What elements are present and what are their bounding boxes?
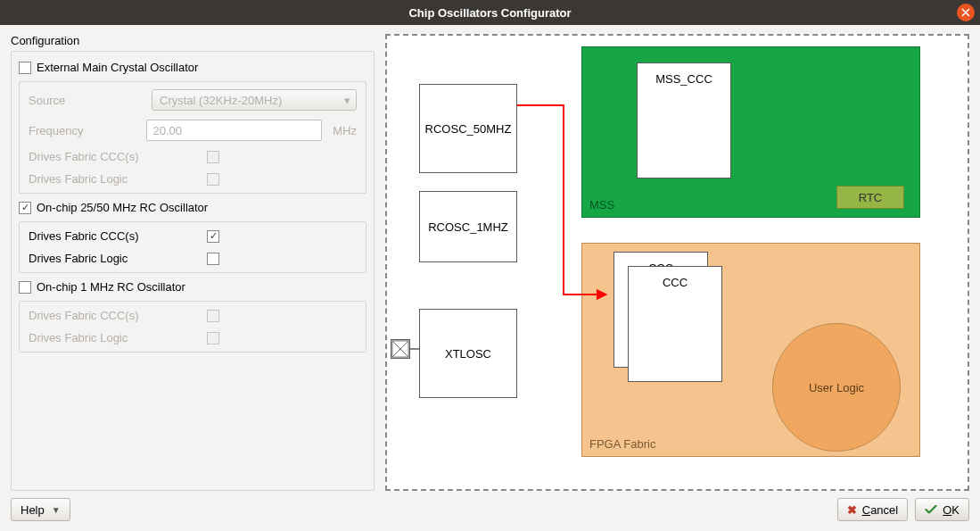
ok-label: OK — [943, 503, 959, 517]
rc1-title: On-chip 1 MHz RC Oscillator — [37, 280, 185, 294]
ccc-block-front: CCC — [628, 266, 722, 382]
cancel-button[interactable]: ✖ Cancel — [837, 498, 908, 521]
rcosc-1mhz-label: RCOSC_1MHZ — [428, 220, 508, 234]
rcosc-1mhz-block: RCOSC_1MHZ — [419, 191, 517, 262]
footer: Help ▼ ✖ Cancel OK — [0, 491, 980, 528]
ext-osc-freq-row: Frequency MHz — [29, 120, 357, 141]
ext-osc-checkbox[interactable] — [19, 62, 31, 74]
cancel-icon: ✖ — [847, 503, 857, 517]
fabric-label: FPGA Fabric — [589, 437, 655, 451]
titlebar: Chip Oscillators Configurator — [0, 0, 980, 25]
ext-osc-source-combo: Crystal (32KHz-20MHz) — [152, 89, 357, 111]
rc2550-drives-logic-row: Drives Fabric Logic — [29, 252, 357, 265]
rc2550-drives-logic-label: Drives Fabric Logic — [29, 252, 207, 265]
chevron-down-icon: ▼ — [52, 505, 61, 515]
ext-osc-drives-ccc-checkbox — [207, 151, 219, 163]
ext-osc-drives-logic-checkbox — [207, 173, 219, 186]
rc1-drives-ccc-checkbox — [207, 310, 219, 322]
ok-icon — [925, 505, 937, 514]
ext-osc-source-label: Source — [29, 94, 144, 107]
xtlosc-block: XTLOSC — [419, 309, 517, 398]
ccc-label-front: CCC — [663, 276, 688, 289]
rc1-header: On-chip 1 MHz RC Oscillator — [19, 277, 366, 297]
ext-osc-header: External Main Crystal Oscillator — [19, 57, 366, 78]
ext-osc-title: External Main Crystal Oscillator — [37, 61, 198, 74]
window-title: Chip Oscillators Configurator — [408, 6, 571, 20]
rtc-block: RTC — [836, 186, 904, 209]
rc2550-header: On-chip 25/50 MHz RC Oscillator — [19, 197, 366, 218]
rc2550-drives-ccc-checkbox[interactable] — [207, 230, 219, 243]
close-icon — [961, 8, 970, 17]
configuration-panel: External Main Crystal Oscillator Source … — [11, 51, 375, 491]
ext-osc-drives-logic-row: Drives Fabric Logic — [29, 172, 357, 186]
rc1-drives-ccc-row: Drives Fabric CCC(s) — [29, 309, 357, 322]
xtlosc-label: XTLOSC — [445, 347, 491, 361]
configuration-column: Configuration External Main Crystal Osci… — [11, 34, 375, 491]
configuration-heading: Configuration — [11, 34, 375, 47]
help-label: Help — [21, 503, 45, 517]
ext-osc-drives-logic-label: Drives Fabric Logic — [29, 172, 207, 186]
help-button[interactable]: Help ▼ — [11, 498, 70, 521]
content-area: Configuration External Main Crystal Osci… — [0, 25, 980, 491]
rc2550-drives-ccc-row: Drives Fabric CCC(s) — [29, 229, 357, 243]
ok-button[interactable]: OK — [915, 498, 969, 521]
close-button[interactable] — [957, 4, 975, 21]
ext-osc-group: Source Crystal (32KHz-20MHz) Frequency M… — [19, 81, 366, 194]
rc1-group: Drives Fabric CCC(s) Drives Fabric Logic — [19, 301, 366, 353]
rc2550-title: On-chip 25/50 MHz RC Oscillator — [37, 201, 208, 214]
ext-osc-drives-ccc-row: Drives Fabric CCC(s) — [29, 150, 357, 163]
ext-osc-freq-unit: MHz — [333, 124, 357, 137]
cancel-label: Cancel — [862, 503, 898, 517]
ext-osc-drives-ccc-label: Drives Fabric CCC(s) — [29, 150, 207, 163]
rc1-drives-logic-row: Drives Fabric Logic — [29, 331, 357, 344]
rcosc-50mhz-label: RCOSC_50MHZ — [425, 122, 512, 136]
mss-label: MSS — [589, 198, 614, 212]
rc2550-drives-ccc-label: Drives Fabric CCC(s) — [29, 229, 207, 243]
rc2550-group: Drives Fabric CCC(s) Drives Fabric Logic — [19, 221, 366, 273]
user-logic-circle: User Logic — [772, 323, 901, 452]
rc1-drives-ccc-label: Drives Fabric CCC(s) — [29, 309, 207, 322]
rcosc-50mhz-block: RCOSC_50MHZ — [419, 84, 517, 173]
diagram-canvas: MSS MSS_CCC RTC FPGA Fabric CCC CCC User… — [385, 34, 969, 491]
xtlosc-pin-icon — [391, 339, 410, 359]
rc1-checkbox[interactable] — [19, 281, 31, 294]
footer-right: ✖ Cancel OK — [837, 498, 969, 521]
user-logic-label: User Logic — [809, 381, 864, 394]
mss-ccc-block: MSS_CCC — [637, 62, 731, 178]
rtc-label: RTC — [859, 191, 882, 204]
ext-osc-freq-input — [146, 120, 322, 141]
rc2550-checkbox[interactable] — [19, 202, 31, 214]
rc1-drives-logic-label: Drives Fabric Logic — [29, 331, 207, 344]
ext-osc-freq-label: Frequency — [29, 124, 139, 137]
ext-osc-source-value: Crystal (32KHz-20MHz) — [160, 94, 282, 107]
rc1-drives-logic-checkbox — [207, 332, 219, 344]
rc2550-drives-logic-checkbox[interactable] — [207, 253, 219, 265]
mss-ccc-label: MSS_CCC — [655, 72, 712, 86]
ext-osc-source-row: Source Crystal (32KHz-20MHz) — [29, 89, 357, 111]
